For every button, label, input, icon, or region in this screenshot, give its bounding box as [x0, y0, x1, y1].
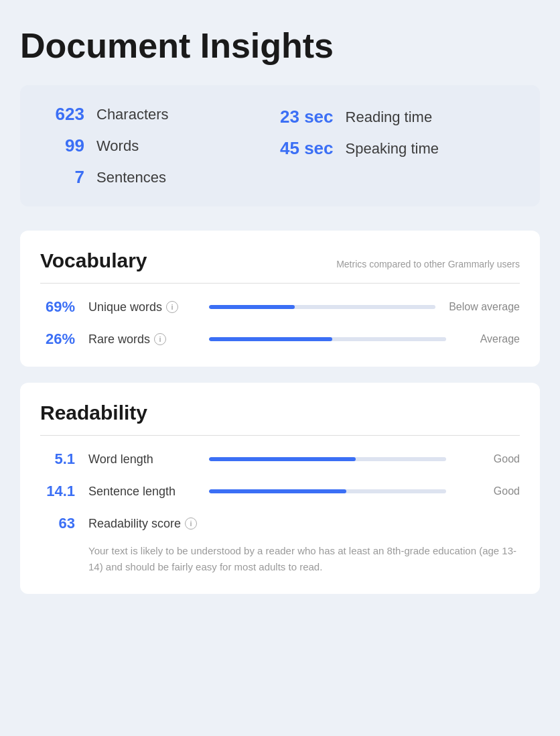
- progress-container: [209, 457, 446, 461]
- metric-value: 63: [40, 515, 75, 532]
- metric-label: Readability score i: [88, 517, 197, 531]
- metric-row: 69% Unique words i Below average: [40, 298, 520, 316]
- page-title: Document Insights: [20, 27, 540, 65]
- stat-row: 99 Words: [44, 135, 280, 156]
- progress-container: [209, 489, 446, 493]
- stat-label: Characters: [96, 106, 169, 123]
- metric-row: 26% Rare words i Average: [40, 330, 520, 348]
- metric-label: Word length: [88, 452, 196, 467]
- info-icon[interactable]: i: [185, 517, 197, 530]
- progress-fill: [209, 337, 332, 341]
- stats-left: 623 Characters 99 Words 7 Sentences: [44, 104, 280, 188]
- readability-metrics: 5.1 Word length Good 14.1 Sentence lengt…: [40, 450, 520, 532]
- readability-divider: [40, 435, 520, 436]
- metric-rating: Good: [460, 485, 520, 497]
- vocabulary-metrics: 69% Unique words i Below average 26% Rar…: [40, 298, 520, 348]
- info-icon[interactable]: i: [154, 333, 166, 345]
- vocabulary-divider: [40, 283, 520, 284]
- vocabulary-section: Vocabulary Metrics compared to other Gra…: [20, 231, 540, 367]
- metric-label: Rare words i: [88, 332, 196, 347]
- metric-value: 26%: [40, 330, 75, 348]
- stat-value: 99: [44, 135, 84, 156]
- metric-value: 5.1: [40, 450, 75, 468]
- stat-row: 623 Characters: [44, 104, 280, 125]
- metric-value: 14.1: [40, 483, 75, 500]
- progress-fill: [209, 489, 346, 493]
- stat-value: 23 sec: [280, 107, 334, 127]
- stat-row: 7 Sentences: [44, 167, 280, 188]
- readability-section: Readability 5.1 Word length Good 14.1 Se…: [20, 383, 540, 594]
- metric-row: 5.1 Word length Good: [40, 450, 520, 468]
- progress-track: [209, 457, 446, 461]
- stat-value: 7: [44, 167, 84, 188]
- stats-right: 23 sec Reading time 45 sec Speaking time: [280, 104, 516, 188]
- stat-value: 45 sec: [280, 138, 334, 159]
- progress-container: [209, 337, 446, 341]
- stat-label: Words: [96, 137, 139, 155]
- progress-track: [209, 337, 446, 341]
- vocabulary-header: Vocabulary Metrics compared to other Gra…: [40, 249, 520, 272]
- readability-title: Readability: [40, 402, 147, 424]
- stat-row: 23 sec Reading time: [280, 107, 516, 127]
- stats-card: 623 Characters 99 Words 7 Sentences 23 s…: [20, 85, 540, 206]
- metric-row: 14.1 Sentence length Good: [40, 483, 520, 500]
- info-icon[interactable]: i: [166, 301, 178, 313]
- readability-header: Readability: [40, 402, 520, 424]
- stat-label: Sentences: [96, 169, 166, 186]
- metric-label: Unique words i: [88, 300, 196, 314]
- metric-rating: Good: [460, 453, 520, 465]
- progress-track: [209, 305, 435, 309]
- progress-fill: [209, 305, 295, 309]
- stat-label: Reading time: [346, 109, 433, 126]
- stat-label: Speaking time: [346, 140, 439, 158]
- metric-row: 63 Readability score i: [40, 515, 520, 532]
- vocabulary-subtitle: Metrics compared to other Grammarly user…: [336, 259, 520, 269]
- progress-container: [209, 305, 435, 309]
- metric-rating: Below average: [449, 301, 520, 313]
- metric-value: 69%: [40, 298, 75, 316]
- metric-label: Sentence length: [88, 485, 196, 499]
- metric-rating: Average: [460, 333, 520, 345]
- stat-row: 45 sec Speaking time: [280, 138, 516, 159]
- stat-value: 623: [44, 104, 84, 125]
- progress-fill: [209, 457, 356, 461]
- progress-track: [209, 489, 446, 493]
- vocabulary-title: Vocabulary: [40, 249, 147, 272]
- readability-description: Your text is likely to be understood by …: [40, 543, 520, 575]
